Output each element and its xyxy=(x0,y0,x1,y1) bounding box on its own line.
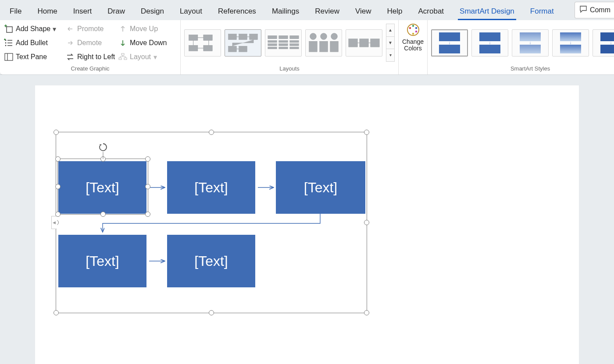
demote-icon xyxy=(66,39,75,47)
demote-button[interactable]: Demote xyxy=(65,36,118,50)
tab-references[interactable]: References xyxy=(210,4,264,20)
svg-rect-42 xyxy=(268,43,277,46)
shape-handle-tl[interactable] xyxy=(55,156,61,162)
svg-rect-45 xyxy=(268,47,277,49)
text-pane-icon xyxy=(4,53,13,61)
tab-view[interactable]: View xyxy=(347,4,379,20)
text-pane-button[interactable]: Text Pane xyxy=(4,50,65,64)
move-up-icon xyxy=(118,25,127,33)
layout-scroll-more[interactable]: ▾ xyxy=(386,49,395,62)
add-shape-icon xyxy=(4,25,13,33)
svg-rect-51 xyxy=(309,41,317,52)
shape-handle-tr[interactable] xyxy=(145,156,150,162)
tab-help[interactable]: Help xyxy=(379,4,411,20)
text-pane-label: Text Pane xyxy=(16,53,47,61)
right-to-left-label: Right to Left xyxy=(77,53,115,61)
tab-layout[interactable]: Layout xyxy=(172,4,210,20)
smartart-shape-3[interactable]: [Text] xyxy=(276,161,365,214)
tab-home[interactable]: Home xyxy=(29,4,65,20)
tab-review[interactable]: Review xyxy=(307,4,347,20)
layout-thumb-1[interactable] xyxy=(184,29,221,57)
move-down-button[interactable]: Move Down xyxy=(118,36,177,50)
svg-point-61 xyxy=(412,25,414,27)
add-bullet-button[interactable]: Add Bullet xyxy=(4,36,65,50)
smartart-shape-4[interactable]: [Text] xyxy=(58,235,146,287)
shape-handle-br[interactable] xyxy=(145,212,150,217)
svg-rect-56 xyxy=(371,39,379,46)
layout-scroll-up[interactable]: ▲ xyxy=(386,24,395,37)
smartart-frame[interactable]: ◀ [Text][Text][Text][Text][Text] xyxy=(56,132,367,313)
style-thumb-5[interactable]: ↓ xyxy=(593,29,614,57)
svg-rect-11 xyxy=(5,53,13,60)
add-bullet-label: Add Bullet xyxy=(16,39,48,47)
tab-acrobat[interactable]: Acrobat xyxy=(411,4,452,20)
layout-scroll-down[interactable]: ▼ xyxy=(386,37,395,49)
layout-thumb-5[interactable] xyxy=(346,29,382,57)
tab-insert[interactable]: Insert xyxy=(65,4,100,20)
promote-icon xyxy=(66,25,75,33)
comment-icon xyxy=(579,5,587,15)
create-graphic-label: Create Graphic xyxy=(4,65,177,74)
tab-design[interactable]: Design xyxy=(133,4,172,20)
tab-file[interactable]: File xyxy=(2,4,29,20)
comments-label: Comm xyxy=(590,6,610,14)
svg-rect-21 xyxy=(203,35,212,40)
add-shape-button[interactable]: Add Shape ▾ xyxy=(4,22,65,36)
svg-point-60 xyxy=(409,27,411,29)
layout-thumb-4[interactable] xyxy=(305,29,342,57)
smartart-styles-label: SmartArt Styles xyxy=(431,65,614,74)
svg-point-64 xyxy=(412,33,414,35)
move-down-icon xyxy=(118,39,127,47)
shape-handle-bl[interactable] xyxy=(55,212,61,217)
style-thumb-4[interactable]: ↓ xyxy=(552,29,589,57)
promote-button[interactable]: Promote xyxy=(65,22,118,36)
svg-rect-53 xyxy=(330,41,338,52)
move-up-button[interactable]: Move Up xyxy=(118,22,177,36)
style-thumb-2[interactable]: ↓ xyxy=(471,29,508,57)
svg-point-63 xyxy=(415,31,417,32)
svg-rect-40 xyxy=(279,40,288,42)
layout-gallery-scroll: ▲ ▼ ▾ xyxy=(386,24,395,62)
smartart-shape-5[interactable]: [Text] xyxy=(167,235,255,287)
layout-button[interactable]: Layout ▾ xyxy=(118,50,177,64)
svg-rect-20 xyxy=(189,35,198,40)
svg-rect-19 xyxy=(124,58,127,60)
svg-rect-0 xyxy=(7,27,12,32)
style-thumb-1[interactable]: ↓ xyxy=(431,29,468,57)
document-page[interactable]: ◀ [Text][Text][Text][Text][Text] xyxy=(35,85,579,364)
change-colors-button[interactable]: Change Colors xyxy=(402,22,424,52)
svg-rect-23 xyxy=(203,45,212,51)
svg-rect-18 xyxy=(119,58,121,60)
layout-thumb-3[interactable] xyxy=(265,29,302,57)
selected-shape-frame[interactable] xyxy=(57,159,148,215)
shape-handle-bc[interactable] xyxy=(100,212,106,217)
svg-rect-28 xyxy=(228,34,236,39)
add-shape-dropdown[interactable]: ▾ xyxy=(51,25,57,33)
tab-format[interactable]: Format xyxy=(522,4,562,20)
tab-draw[interactable]: Draw xyxy=(100,4,133,20)
shape-handle-mr[interactable] xyxy=(145,184,150,189)
rotate-handle[interactable] xyxy=(98,142,108,152)
layout-thumb-2[interactable] xyxy=(225,29,261,57)
tab-mailings[interactable]: Mailings xyxy=(264,4,307,20)
svg-rect-22 xyxy=(189,45,198,51)
svg-rect-52 xyxy=(320,41,328,52)
group-smartart-styles: ↓↓↓↓↓ SmartArt Styles xyxy=(428,20,614,74)
change-colors-label: Change Colors xyxy=(402,39,424,52)
style-thumb-3[interactable]: ↓ xyxy=(512,29,549,57)
smartart-shape-2[interactable]: [Text] xyxy=(167,161,255,214)
tab-smartart-design[interactable]: SmartArt Design xyxy=(452,4,522,20)
svg-rect-41 xyxy=(290,40,299,42)
shape-handle-ml[interactable] xyxy=(55,184,61,189)
comments-button[interactable]: Comm xyxy=(575,2,614,18)
svg-rect-38 xyxy=(290,35,299,39)
right-to-left-button[interactable]: Right to Left xyxy=(65,50,118,64)
svg-rect-47 xyxy=(290,47,299,49)
demote-label: Demote xyxy=(77,39,102,47)
svg-rect-29 xyxy=(239,34,247,39)
svg-rect-36 xyxy=(268,35,277,39)
layout-dropdown-icon: ▾ xyxy=(154,53,157,61)
menu-bar: File Home Insert Draw Design Layout Refe… xyxy=(0,0,614,20)
svg-rect-30 xyxy=(250,34,257,39)
svg-rect-44 xyxy=(290,43,299,46)
